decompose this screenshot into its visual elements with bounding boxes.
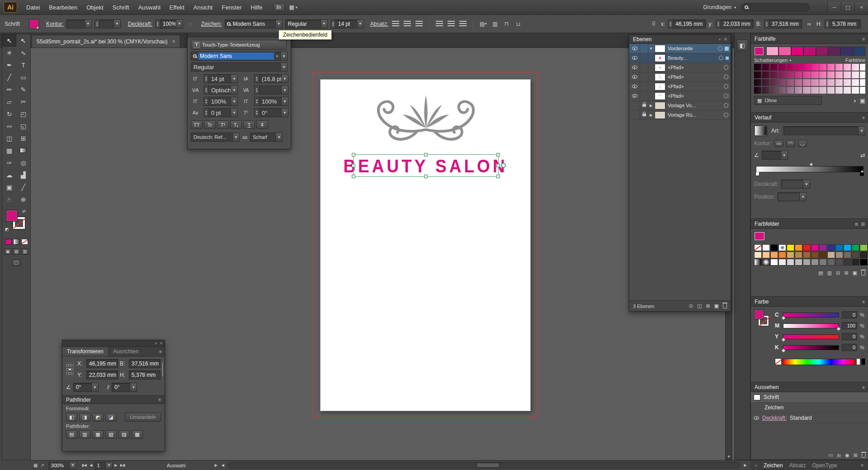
layer-label[interactable]: <Pfad> <box>668 74 722 80</box>
swatch[interactable] <box>811 252 819 258</box>
constrain-proportions-icon[interactable] <box>162 363 163 376</box>
status-export-icon[interactable]: ↗ <box>40 463 44 468</box>
layer-row-pfad-4[interactable]: ◠ <Pfad> <box>629 91 731 101</box>
last-artboard-icon[interactable]: ▶▮ <box>119 463 126 467</box>
flourish-ornament[interactable] <box>349 94 503 152</box>
swatch[interactable] <box>803 244 811 251</box>
screen-mode-button[interactable]: ▢ <box>12 259 21 266</box>
color-header[interactable]: Farbe ≡ <box>751 297 868 307</box>
direct-selection-tool[interactable]: ↖ <box>16 34 30 47</box>
scroll-left-icon[interactable]: ◀ <box>219 463 226 467</box>
layer-row-vorderseite[interactable]: ▼ Vorderseite <box>629 44 731 53</box>
opacity-link[interactable]: Deckkraft: <box>762 415 787 421</box>
panel-menu-icon[interactable]: ≡ <box>158 397 161 402</box>
swatch[interactable] <box>844 259 851 266</box>
vertical-scale-field[interactable]: ▲▼100%▼ <box>254 97 288 106</box>
window-close-button[interactable]: × <box>854 2 868 12</box>
align-top-icon[interactable]: ⊓ <box>502 19 511 28</box>
unite-button[interactable]: ◧ <box>66 413 77 422</box>
blend-tool[interactable]: ◎ <box>16 157 30 169</box>
divide-button[interactable]: ▤ <box>66 430 77 439</box>
new-effect-icon[interactable]: fx <box>837 453 841 458</box>
swatch[interactable] <box>762 244 770 251</box>
type-tool[interactable]: T <box>16 59 30 71</box>
tab-opentype[interactable]: OpenType <box>812 462 837 469</box>
swatch[interactable] <box>853 47 865 56</box>
stroke-along-icon[interactable]: ◠ <box>786 140 795 147</box>
outline-button[interactable]: ▨ <box>118 430 130 439</box>
swatch[interactable] <box>787 259 794 266</box>
shade-row[interactable] <box>754 79 865 86</box>
menu-objekt[interactable]: Objekt <box>82 0 108 15</box>
width-tool[interactable]: ∾ <box>2 120 16 132</box>
menu-ansicht[interactable]: Ansicht <box>189 0 217 15</box>
shade-row[interactable] <box>754 71 865 78</box>
layer-row-pfad-1[interactable]: ∿ <Pfad> <box>629 63 731 72</box>
layer-label[interactable]: Beauty... <box>668 55 717 61</box>
limit-colors-select[interactable]: ▦ Ohne <box>754 96 822 105</box>
target-icon[interactable] <box>724 84 728 89</box>
appearance-row-schrift[interactable]: Schrift <box>751 392 868 403</box>
close-icon[interactable]: × <box>160 341 162 346</box>
target-icon[interactable] <box>724 103 728 108</box>
layer-label[interactable]: <Pfad> <box>668 93 722 99</box>
swatch[interactable] <box>828 47 840 56</box>
delete-item-icon[interactable] <box>862 453 866 458</box>
bridge-button[interactable]: Br <box>274 3 285 11</box>
artboard-tool[interactable]: ▣ <box>2 181 16 193</box>
layer-label[interactable]: <Pfad> <box>668 84 722 89</box>
lock-toggle[interactable] <box>640 82 648 91</box>
trim-button[interactable]: ▥ <box>79 430 90 439</box>
height-field[interactable]: 5,378 mm <box>129 370 160 380</box>
font-style-select[interactable]: Regular▼ <box>285 19 328 28</box>
panel-menu-icon[interactable]: ≡ <box>862 37 865 42</box>
tab-zeichen[interactable]: Zeichen <box>764 462 783 469</box>
panel-menu-icon[interactable]: ≡ <box>862 385 865 390</box>
gradient-thumbnail[interactable] <box>754 125 768 136</box>
symbol-sprayer-tool[interactable]: ☁ <box>2 169 16 181</box>
fill-color-well[interactable] <box>754 309 764 319</box>
layers-panel-header[interactable]: Ebenen » ≡ <box>629 35 731 44</box>
swatch[interactable] <box>860 259 868 266</box>
selected-swatch[interactable] <box>754 232 765 241</box>
default-fill-stroke-icon[interactable]: ◩ <box>5 227 9 232</box>
window-minimize-button[interactable]: ─ <box>827 2 841 12</box>
make-clipping-mask-icon[interactable]: ◫ <box>697 303 702 309</box>
font-size-field[interactable]: ▲▼14 pt▼ <box>203 74 238 83</box>
visibility-toggle[interactable] <box>629 82 640 91</box>
document-tab[interactable]: 55x85mm_portrait_2s.ai* bei 300 % (CMYK/… <box>32 35 180 47</box>
opacity-field[interactable]: ▲▼100%▼ <box>155 19 183 28</box>
swatch[interactable] <box>754 259 762 266</box>
menu-auswahl[interactable]: Auswahl <box>134 0 165 15</box>
appearance-header[interactable]: Aussehen ≡ <box>751 383 868 392</box>
search-input[interactable] <box>741 3 809 11</box>
justify-all-icon[interactable] <box>459 21 467 27</box>
minus-front-button[interactable]: ◨ <box>79 413 90 422</box>
workspace-switcher[interactable]: Grundlagen ▾ <box>698 4 741 10</box>
stroke-style-select[interactable]: ▼ <box>66 19 92 28</box>
transform-grid-icon[interactable]: ⠿ <box>649 19 658 28</box>
swatch[interactable] <box>827 259 835 266</box>
font-style-combo[interactable]: Regular ▼ <box>191 62 288 71</box>
lock-toggle[interactable] <box>640 53 648 62</box>
swatches-header[interactable]: Farbfelder ≣⊞ <box>751 219 868 229</box>
baseline-shift-field[interactable]: ▲▼0 pt▼ <box>203 108 238 117</box>
visibility-toggle[interactable] <box>629 101 640 110</box>
stroke-link[interactable]: Kontur: <box>46 21 64 27</box>
rotate-field[interactable]: 0°▼ <box>73 383 99 392</box>
lasso-tool[interactable]: ∿ <box>16 47 30 59</box>
swatch[interactable] <box>803 47 816 56</box>
shades-label[interactable]: Schattierungen <box>754 57 788 63</box>
gradient-type-select[interactable]: ▼ <box>783 126 865 135</box>
lock-toggle[interactable] <box>640 91 648 100</box>
reference-point-locator[interactable] <box>66 363 74 376</box>
layer-label[interactable]: <Pfad> <box>668 65 722 70</box>
anti-alias-select[interactable]: Scharf▼ <box>250 133 283 142</box>
collapse-icon[interactable]: « <box>155 341 157 346</box>
visibility-toggle[interactable] <box>629 63 640 72</box>
swatch[interactable] <box>811 259 819 266</box>
shape-builder-tool[interactable]: ◫ <box>2 132 16 144</box>
target-icon[interactable] <box>724 65 728 70</box>
new-stroke-icon[interactable]: ▭ <box>828 452 833 458</box>
first-artboard-icon[interactable]: ▮◀ <box>81 463 88 467</box>
